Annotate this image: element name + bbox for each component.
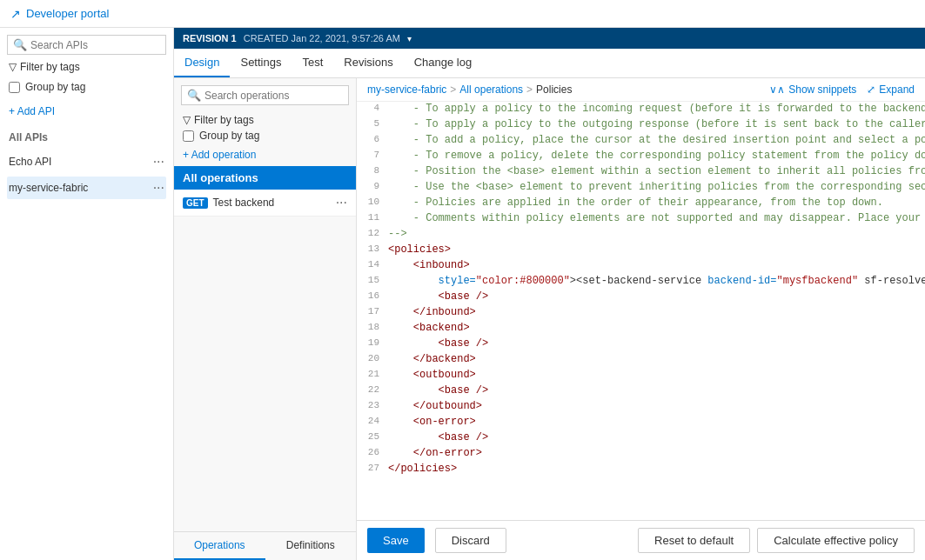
code-line: 27</policies> [357,462,925,477]
code-line: 6 - To add a policy, place the cursor at… [357,133,925,149]
tab-test[interactable]: Test [292,49,333,77]
main-tabs-bar: Design Settings Test Revisions Change lo… [174,49,925,78]
code-line: 5 - To apply a policy to the outgoing re… [357,117,925,133]
line-number: 14 [357,258,388,274]
code-line: 22 <base /> [357,383,925,399]
reset-to-default-button[interactable]: Reset to default [638,528,750,553]
code-line: 25 <base /> [357,430,925,446]
operation-test-backend[interactable]: GET Test backend ··· [174,190,356,217]
line-content: - Comments within policy elements are no… [388,211,925,227]
line-number: 19 [357,337,388,352]
code-line: 11 - Comments within policy elements are… [357,211,925,227]
search-apis-input[interactable] [30,39,160,51]
code-line: 4 - To apply a policy to the incoming re… [357,102,925,117]
line-number: 16 [357,290,388,305]
code-line: 24 <on-error> [357,415,925,430]
expand-icon: ⤢ [867,83,875,96]
developer-portal-link[interactable]: Developer portal [26,7,109,20]
code-line: 12--> [357,227,925,243]
show-snippets-button[interactable]: ∨∧ Show snippets [769,83,856,96]
search-icon: 🔍 [13,38,27,51]
tab-revisions[interactable]: Revisions [333,49,403,77]
line-number: 23 [357,399,388,415]
line-number: 21 [357,368,388,383]
code-editor[interactable]: 4 - To apply a policy to the incoming re… [357,102,925,520]
breadcrumb-sep-2: > [526,83,533,96]
search-apis-input-container[interactable]: 🔍 [7,35,166,55]
expand-button[interactable]: ⤢ Expand [867,83,915,96]
sidebar-api-echo[interactable]: Echo API ··· [7,150,166,173]
revision-dropdown-icon[interactable]: ▾ [407,34,412,43]
breadcrumb-actions: ∨∧ Show snippets ⤢ Expand [769,83,915,96]
group-by-tag-ops[interactable]: Group by tag [174,128,356,143]
search-operations-input[interactable] [204,90,343,102]
breadcrumb-policies: Policies [536,83,572,96]
code-line: 17 </inbound> [357,305,925,321]
line-number: 11 [357,211,388,227]
discard-button[interactable]: Discard [435,528,506,553]
search-ops-icon: 🔍 [187,89,201,102]
line-number: 22 [357,383,388,399]
tab-change-log[interactable]: Change log [404,49,483,77]
line-content: <inbound> [388,258,925,274]
code-line: 16 <base /> [357,290,925,305]
line-content: </outbound> [388,399,925,415]
add-api-button[interactable]: + Add API [7,102,166,121]
line-content: - To apply a policy to the incoming requ… [388,102,925,117]
my-service-fabric-menu-button[interactable]: ··· [153,180,164,196]
developer-portal-icon: ↗ [10,7,21,21]
line-number: 4 [357,102,388,117]
line-number: 20 [357,352,388,368]
revision-label: REVISION 1 [183,33,237,43]
filter-icon: ▽ [9,61,17,73]
line-content: - Use the <base> element to prevent inhe… [388,180,925,196]
top-bar: ↗ Developer portal [0,0,925,28]
code-line: 20 </backend> [357,352,925,368]
test-backend-menu-button[interactable]: ··· [336,195,347,210]
sidebar-api-my-service-fabric[interactable]: my-service-fabric ··· [7,177,166,199]
group-by-tag-checkbox[interactable] [9,82,20,93]
code-line: 18 <backend> [357,321,925,337]
echo-api-menu-button[interactable]: ··· [153,154,164,170]
code-line: 8 - Position the <base> element within a… [357,164,925,180]
footer-tab-operations[interactable]: Operations [174,532,265,560]
line-number: 17 [357,305,388,321]
breadcrumb-api[interactable]: my-service-fabric [367,83,446,96]
line-content: </policies> [388,462,925,477]
group-by-tag-sidebar[interactable]: Group by tag [7,79,166,95]
all-operations-item[interactable]: All operations [174,166,356,190]
line-content: <policies> [388,243,925,258]
filter-by-tags-sidebar[interactable]: ▽ Filter by tags [7,58,166,76]
line-content: </inbound> [388,305,925,321]
search-operations-container[interactable]: 🔍 [181,85,349,105]
tab-design[interactable]: Design [174,49,230,77]
line-number: 18 [357,321,388,337]
code-line: 26 </on-error> [357,446,925,462]
code-line: 21 <outbound> [357,368,925,383]
all-apis-title: All APIs [7,124,166,147]
add-operation-button[interactable]: + Add operation [174,143,356,166]
revision-bar: REVISION 1 CREATED Jan 22, 2021, 9:57:26… [174,28,925,49]
filter-by-tags-ops[interactable]: ▽ Filter by tags [174,112,356,128]
footer-tab-definitions[interactable]: Definitions [265,532,357,560]
calculate-effective-policy-button[interactable]: Calculate effective policy [757,528,915,553]
tab-settings[interactable]: Settings [230,49,292,77]
main-content: 🔍 ▽ Filter by tags Group by tag + Add op… [174,78,925,560]
line-content: <backend> [388,321,925,337]
line-number: 13 [357,243,388,258]
line-number: 15 [357,274,388,290]
code-line: 9 - Use the <base> element to prevent in… [357,180,925,196]
footer-left-buttons: Save Discard [367,528,506,553]
code-line: 13<policies> [357,243,925,258]
line-content: <outbound> [388,368,925,383]
line-number: 5 [357,117,388,133]
line-content: <base /> [388,430,925,446]
line-content: - Position the <base> element within a s… [388,164,925,180]
footer-bar: Save Discard Reset to default Calculate … [357,520,925,560]
line-content: <base /> [388,290,925,305]
operations-panel: 🔍 ▽ Filter by tags Group by tag + Add op… [174,78,357,560]
group-by-tag-ops-checkbox[interactable] [183,130,194,142]
breadcrumb-operations[interactable]: All operations [459,83,523,96]
save-button[interactable]: Save [367,528,425,553]
code-line: 14 <inbound> [357,258,925,274]
